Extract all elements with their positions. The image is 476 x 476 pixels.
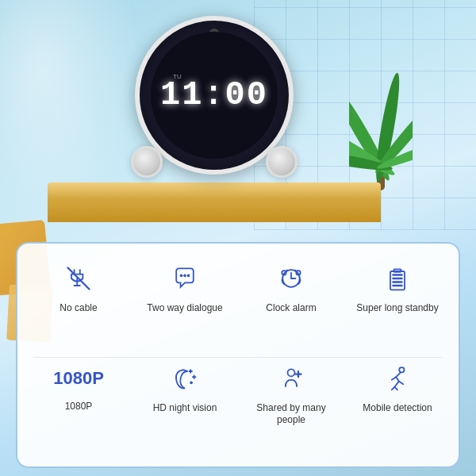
feature-row-1: No cable Two way dialogue	[25, 259, 451, 355]
battery-label: Super long standby	[356, 302, 438, 315]
feature-mobile-detection: Mobile detection	[354, 359, 441, 415]
feature-no-cable: No cable	[35, 259, 122, 315]
feature-row-2: 1080P 1080P HD night vision	[25, 359, 451, 455]
multi-person-icon	[272, 359, 310, 397]
clock-time-display: 11:00	[160, 76, 268, 114]
svg-point-9	[180, 274, 183, 278]
hd-icon: 1080P	[60, 359, 98, 397]
no-cable-label: No cable	[60, 302, 97, 315]
plant	[349, 63, 413, 190]
clock-bells	[123, 146, 305, 178]
clock-device: TU 11:00	[127, 16, 301, 198]
hd-text: 1080P	[53, 368, 104, 389]
feature-two-way-dialogue: Two way dialogue	[141, 259, 228, 315]
dialogue-label: Two way dialogue	[147, 302, 222, 315]
svg-point-33	[399, 367, 404, 372]
svg-point-10	[183, 274, 186, 278]
night-vision-label: HD night vision	[153, 402, 217, 415]
clock-body: TU 11:00	[135, 16, 294, 175]
svg-point-29	[190, 381, 193, 384]
svg-rect-20	[394, 269, 401, 272]
feature-shared: Shared by many people	[248, 359, 335, 427]
clock-alarm-label: Clock alarm	[266, 302, 316, 315]
bell-right	[266, 146, 298, 178]
feature-night-vision: HD night vision	[141, 359, 228, 415]
dialogue-icon	[166, 259, 204, 298]
feature-card: No cable Two way dialogue	[16, 242, 460, 468]
hd-sublabel: 1080P	[65, 401, 93, 413]
row-divider	[33, 357, 443, 358]
svg-point-30	[288, 369, 295, 376]
plant-leaves	[349, 63, 413, 190]
clock-alarm-icon	[272, 259, 310, 298]
feature-clock-alarm: Clock alarm	[248, 259, 335, 315]
night-vision-icon	[166, 359, 204, 397]
battery-icon	[378, 259, 416, 298]
shared-label: Shared by many people	[248, 402, 335, 427]
feature-battery: Super long standby	[354, 259, 441, 315]
no-cable-icon	[60, 259, 98, 298]
running-icon	[378, 359, 416, 397]
bell-left	[131, 146, 163, 178]
clock-display: TU 11:00	[151, 32, 278, 159]
mobile-detection-label: Mobile detection	[363, 402, 432, 415]
svg-point-11	[187, 274, 190, 278]
feature-1080p: 1080P 1080P	[35, 359, 122, 413]
